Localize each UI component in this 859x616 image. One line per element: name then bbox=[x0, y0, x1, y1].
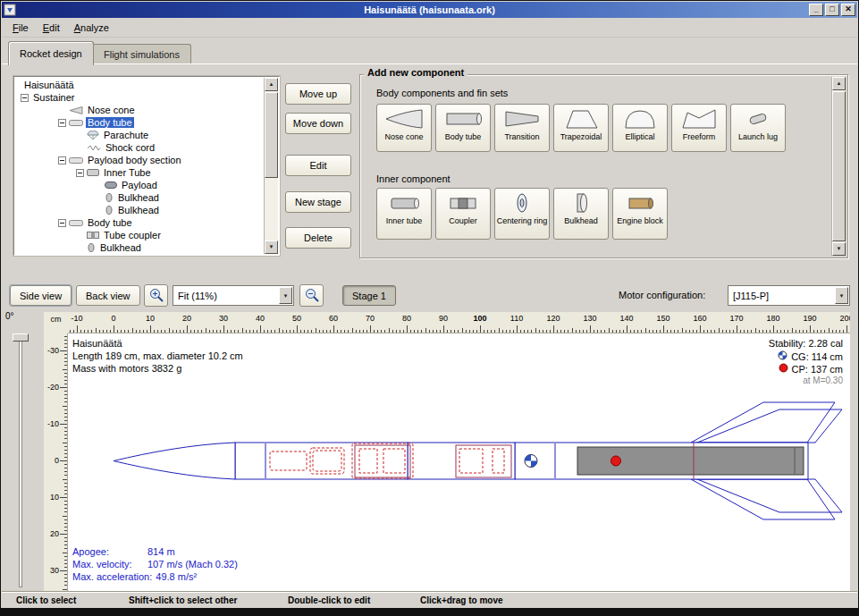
ruler-tick bbox=[407, 325, 408, 333]
rotation-slider-track[interactable] bbox=[19, 335, 22, 587]
tree-item-nose-cone[interactable]: Nose cone bbox=[15, 104, 264, 116]
scroll-thumb[interactable] bbox=[832, 91, 846, 241]
tree-item-body-tube[interactable]: Body tube bbox=[15, 116, 264, 129]
ruler-tick bbox=[253, 330, 254, 333]
tree-item-parachute[interactable]: Parachute bbox=[15, 129, 264, 141]
tree-item-shock-cord[interactable]: Shock cord bbox=[15, 141, 264, 154]
ruler-tick bbox=[64, 541, 67, 542]
ruler-tick bbox=[60, 570, 67, 571]
title-bar[interactable]: Haisunäätä (haisunaata.ork) _ □ ✕ bbox=[2, 2, 857, 18]
tree-item-bulkhead[interactable]: Bulkhead bbox=[15, 191, 264, 204]
ruler-tick bbox=[670, 330, 671, 333]
edit-button[interactable]: Edit bbox=[285, 155, 351, 176]
tab-rocket-design[interactable]: Rocket design bbox=[8, 41, 94, 65]
collapse-toggle-icon[interactable] bbox=[58, 219, 66, 227]
rotation-slider-thumb[interactable] bbox=[13, 333, 29, 342]
zoom-out-button[interactable] bbox=[299, 284, 324, 307]
scroll-down-icon[interactable]: ▼ bbox=[265, 240, 278, 254]
ruler-tick bbox=[604, 330, 605, 333]
ruler-tick bbox=[630, 330, 631, 333]
add-trapezoidal-fin-button[interactable]: Trapezoidal bbox=[553, 104, 609, 152]
add-coupler-button[interactable]: Coupler bbox=[435, 188, 491, 240]
ruler-tick bbox=[64, 365, 67, 366]
add-component-scrollbar[interactable]: ▲ ▼ bbox=[831, 77, 846, 256]
add-bulkhead-button[interactable]: Bulkhead bbox=[553, 188, 609, 240]
scroll-up-icon[interactable]: ▲ bbox=[832, 77, 846, 90]
tree-scrollbar[interactable]: ▲ ▼ bbox=[264, 78, 278, 254]
collapse-toggle-icon[interactable] bbox=[58, 156, 66, 165]
tree-item-bulkhead[interactable]: Bulkhead bbox=[15, 204, 264, 216]
ruler-tick bbox=[824, 330, 825, 333]
tree-item-payload-body-section[interactable]: Payload body section bbox=[15, 154, 264, 166]
add-transition-button[interactable]: Transition bbox=[494, 104, 550, 152]
ruler-tick bbox=[147, 330, 147, 333]
collapse-toggle-icon[interactable] bbox=[21, 94, 29, 102]
tree-item-sustainer[interactable]: Sustainer bbox=[15, 91, 264, 104]
new-stage-button[interactable]: New stage bbox=[285, 191, 351, 213]
ruler-tick bbox=[484, 330, 484, 333]
menu-analyze[interactable]: Analyze bbox=[67, 20, 116, 36]
fin-lower-far[interactable] bbox=[697, 479, 842, 512]
coupler-icon bbox=[443, 191, 483, 216]
tree-item-inner-tube[interactable]: Inner Tube bbox=[15, 166, 264, 179]
add-inner-tube-button[interactable]: Inner tube bbox=[376, 188, 432, 240]
tree-item-bulkhead[interactable]: Bulkhead bbox=[15, 241, 264, 254]
stage-1-toggle[interactable]: Stage 1 bbox=[342, 285, 396, 306]
add-body-tube-button[interactable]: Body tube bbox=[435, 104, 491, 152]
horizontal-ruler: -100102030405060708090100110120130140150… bbox=[68, 312, 850, 333]
palette-label: Coupler bbox=[449, 217, 477, 226]
ruler-tick bbox=[502, 330, 503, 333]
ruler-tick bbox=[560, 330, 561, 333]
move-down-button[interactable]: Move down bbox=[285, 113, 351, 134]
collapse-toggle-icon[interactable] bbox=[76, 169, 84, 177]
bulkhead-icon bbox=[105, 193, 114, 202]
scroll-up-icon[interactable]: ▲ bbox=[265, 78, 278, 91]
side-view-button[interactable]: Side view bbox=[10, 285, 72, 306]
nose-cone-shape[interactable] bbox=[114, 443, 235, 479]
add-freeform-fin-button[interactable]: Freeform bbox=[671, 104, 727, 152]
scroll-thumb[interactable] bbox=[265, 92, 278, 178]
tree-item-tube-coupler[interactable]: Tube coupler bbox=[15, 229, 264, 241]
payload-section-shape[interactable] bbox=[408, 443, 515, 479]
add-launch-lug-button[interactable]: Launch lug bbox=[730, 104, 786, 152]
menu-file[interactable]: File bbox=[5, 20, 36, 36]
minimize-button[interactable]: _ bbox=[809, 4, 823, 16]
tree-item-label: Payload body section bbox=[86, 155, 183, 165]
tree-item-rocket[interactable]: Haisunäätä bbox=[15, 79, 264, 91]
chevron-down-icon[interactable]: ▼ bbox=[835, 287, 848, 304]
ruler-tick bbox=[513, 330, 514, 333]
close-button[interactable]: ✕ bbox=[841, 4, 855, 16]
cg-marker bbox=[525, 455, 537, 468]
motor-configuration-select[interactable]: [J115-P] ▼ bbox=[728, 285, 850, 306]
tree-item-body-tube-aft[interactable]: Body tube bbox=[15, 216, 264, 229]
menu-edit[interactable]: Edit bbox=[36, 20, 67, 36]
back-view-button[interactable]: Back view bbox=[76, 285, 140, 306]
add-elliptical-fin-button[interactable]: Elliptical bbox=[612, 104, 668, 152]
zoom-select[interactable]: Fit (11%) ▼ bbox=[173, 285, 294, 306]
maximize-button[interactable]: □ bbox=[825, 4, 839, 16]
ruler-tick bbox=[612, 330, 613, 333]
add-nose-cone-button[interactable]: Nose cone bbox=[376, 104, 432, 152]
ruler-tick bbox=[173, 330, 173, 333]
delete-button[interactable]: Delete bbox=[285, 227, 351, 249]
ruler-tick bbox=[616, 330, 617, 333]
chevron-down-icon[interactable]: ▼ bbox=[279, 287, 292, 304]
add-engine-block-button[interactable]: Engine block bbox=[612, 188, 668, 240]
ruler-tick bbox=[63, 589, 67, 590]
fin-upper-far[interactable] bbox=[697, 409, 842, 443]
rocket-canvas[interactable]: Haisunäätä Length 189 cm, max. diameter … bbox=[68, 333, 850, 591]
palette-label: Body tube bbox=[445, 133, 482, 142]
move-up-button[interactable]: Move up bbox=[285, 83, 351, 105]
scroll-down-icon[interactable]: ▼ bbox=[832, 242, 846, 256]
collapse-toggle-icon[interactable] bbox=[58, 119, 66, 127]
ruler-tick bbox=[553, 325, 554, 333]
add-centering-ring-button[interactable]: Centering ring bbox=[494, 188, 550, 240]
tab-flight-simulations[interactable]: Flight simulations bbox=[92, 44, 191, 64]
zoom-in-button[interactable] bbox=[144, 284, 168, 307]
ruler-tick bbox=[64, 343, 67, 344]
ruler-tick bbox=[286, 330, 287, 333]
ruler-tick bbox=[447, 330, 448, 333]
tree-item-payload[interactable]: Payload bbox=[15, 179, 264, 191]
max-acceleration-value: 49.8 m/s² bbox=[156, 571, 197, 582]
rocket-figure[interactable] bbox=[68, 333, 850, 591]
